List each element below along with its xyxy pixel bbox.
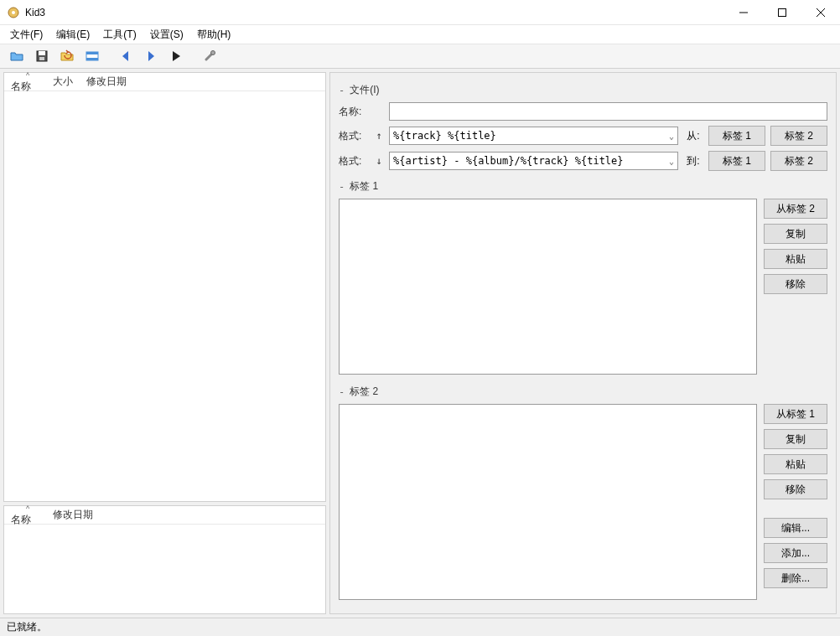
format-up-label: 格式: bbox=[339, 129, 369, 143]
tag1-paste-button[interactable]: 粘贴 bbox=[764, 249, 827, 269]
svg-rect-11 bbox=[86, 58, 98, 60]
name-row: 名称: bbox=[339, 102, 827, 121]
menu-edit[interactable]: 编辑(E) bbox=[51, 26, 95, 44]
settings-icon[interactable] bbox=[200, 46, 220, 66]
svg-rect-7 bbox=[39, 51, 45, 55]
col-size[interactable]: 大小 bbox=[46, 75, 80, 89]
svg-point-12 bbox=[211, 51, 215, 55]
menu-file[interactable]: 文件(F) bbox=[5, 26, 48, 44]
tag2-delete-button[interactable]: 删除... bbox=[764, 568, 827, 588]
tag2-frame-list[interactable] bbox=[339, 404, 757, 600]
right-column: - 文件(I) 名称: 格式: ↑ %{track} %{title} ⌄ 从:… bbox=[329, 69, 840, 618]
col-name[interactable]: ^ 名称 bbox=[4, 73, 46, 91]
format-up-value: %{track} %{title} bbox=[393, 130, 496, 142]
tag1-copy-button[interactable]: 复制 bbox=[764, 224, 827, 244]
file-tree-header: ^ 名称 大小 修改日期 bbox=[4, 73, 325, 91]
menubar: 文件(F) 编辑(E) 工具(T) 设置(S) 帮助(H) bbox=[0, 25, 840, 44]
svg-rect-8 bbox=[39, 57, 44, 60]
status-text: 已就绪。 bbox=[7, 620, 47, 634]
tag2-area: 从标签 1 复制 粘贴 移除 编辑... 添加... 删除... bbox=[339, 404, 827, 600]
from-label: 从: bbox=[683, 129, 703, 143]
picture-icon[interactable] bbox=[82, 46, 102, 66]
toolbar bbox=[0, 44, 840, 69]
to-tag1-button[interactable]: 标签 1 bbox=[708, 151, 765, 171]
arrow-up-icon: ↑ bbox=[374, 130, 384, 142]
dir-tree-header: ^ 名称 修改日期 bbox=[4, 506, 325, 525]
menu-settings[interactable]: 设置(S) bbox=[145, 26, 189, 44]
titlebar: Kid3 bbox=[0, 0, 840, 25]
tag2-paste-button[interactable]: 粘贴 bbox=[764, 454, 827, 474]
format-up-combo[interactable]: %{track} %{title} ⌄ bbox=[389, 127, 678, 145]
left-column: ^ 名称 大小 修改日期 ^ 名称 修改日期 bbox=[0, 69, 329, 618]
right-panel: - 文件(I) 名称: 格式: ↑ %{track} %{title} ⌄ 从:… bbox=[329, 72, 837, 614]
name-input[interactable] bbox=[389, 102, 827, 121]
sort-indicator-icon: ^ bbox=[26, 71, 29, 80]
prev-icon[interactable] bbox=[116, 46, 136, 66]
col-name[interactable]: ^ 名称 bbox=[4, 506, 46, 525]
sort-indicator-icon: ^ bbox=[26, 504, 29, 513]
from-tag1-button[interactable]: 标签 1 bbox=[708, 126, 765, 146]
tag2-section-header: - 标签 2 bbox=[339, 385, 827, 399]
svg-rect-3 bbox=[779, 8, 786, 16]
tag1-from-tag2-button[interactable]: 从标签 2 bbox=[764, 199, 827, 219]
name-label: 名称: bbox=[339, 105, 369, 119]
open-folder-icon[interactable] bbox=[7, 46, 27, 66]
revert-icon[interactable] bbox=[57, 46, 77, 66]
col-mod[interactable]: 修改日期 bbox=[80, 75, 133, 89]
file-tree-panel: ^ 名称 大小 修改日期 bbox=[3, 72, 326, 502]
collapse-file-icon[interactable]: - bbox=[339, 85, 345, 96]
app-icon bbox=[7, 6, 20, 19]
tag2-edit-button[interactable]: 编辑... bbox=[764, 518, 827, 538]
format-down-value: %{artist} - %{album}/%{track} %{title} bbox=[393, 155, 624, 167]
to-label: 到: bbox=[683, 154, 703, 168]
format-up-row: 格式: ↑ %{track} %{title} ⌄ 从: 标签 1 标签 2 bbox=[339, 126, 827, 146]
from-tag2-button[interactable]: 标签 2 bbox=[770, 126, 827, 146]
chevron-down-icon: ⌄ bbox=[669, 132, 674, 141]
close-button[interactable] bbox=[801, 0, 840, 24]
minimize-button[interactable] bbox=[724, 0, 763, 24]
statusbar: 已就绪。 bbox=[0, 618, 840, 636]
tag1-button-col: 从标签 2 复制 粘贴 移除 bbox=[764, 199, 827, 375]
file-section-header: - 文件(I) bbox=[339, 83, 827, 97]
save-icon[interactable] bbox=[32, 46, 52, 66]
tag1-section-header: - 标签 1 bbox=[339, 179, 827, 194]
file-section-title: 文件(I) bbox=[350, 83, 379, 97]
tag1-area: 从标签 2 复制 粘贴 移除 bbox=[339, 199, 827, 375]
chevron-down-icon: ⌄ bbox=[669, 157, 674, 166]
svg-rect-10 bbox=[86, 52, 98, 54]
tag1-section-title: 标签 1 bbox=[350, 179, 378, 194]
maximize-button[interactable] bbox=[763, 0, 801, 24]
arrow-down-icon: ↓ bbox=[374, 155, 384, 167]
tag2-remove-button[interactable]: 移除 bbox=[764, 479, 827, 499]
dir-tree-panel: ^ 名称 修改日期 bbox=[3, 505, 326, 614]
tag2-copy-button[interactable]: 复制 bbox=[764, 429, 827, 449]
menu-tools[interactable]: 工具(T) bbox=[98, 26, 141, 44]
window-controls bbox=[724, 0, 840, 24]
col-mod[interactable]: 修改日期 bbox=[46, 508, 100, 522]
tag2-from-tag1-button[interactable]: 从标签 1 bbox=[764, 404, 827, 424]
main-area: ^ 名称 大小 修改日期 ^ 名称 修改日期 - 文件(I) bbox=[0, 69, 840, 618]
tag2-section-title: 标签 2 bbox=[350, 385, 378, 399]
format-down-row: 格式: ↓ %{artist} - %{album}/%{track} %{ti… bbox=[339, 151, 827, 171]
format-down-label: 格式: bbox=[339, 154, 369, 168]
svg-point-1 bbox=[12, 11, 15, 14]
to-tag2-button[interactable]: 标签 2 bbox=[770, 151, 827, 171]
tag2-add-button[interactable]: 添加... bbox=[764, 543, 827, 563]
tag1-frame-list[interactable] bbox=[339, 199, 757, 375]
play-icon[interactable] bbox=[166, 46, 186, 66]
collapse-tag1-icon[interactable]: - bbox=[339, 181, 345, 193]
window-title: Kid3 bbox=[25, 7, 724, 18]
format-down-combo[interactable]: %{artist} - %{album}/%{track} %{title} ⌄ bbox=[389, 152, 678, 170]
tag1-remove-button[interactable]: 移除 bbox=[764, 274, 827, 294]
next-icon[interactable] bbox=[141, 46, 161, 66]
tag2-button-col: 从标签 1 复制 粘贴 移除 编辑... 添加... 删除... bbox=[764, 404, 827, 600]
collapse-tag2-icon[interactable]: - bbox=[339, 386, 345, 398]
menu-help[interactable]: 帮助(H) bbox=[192, 26, 236, 44]
